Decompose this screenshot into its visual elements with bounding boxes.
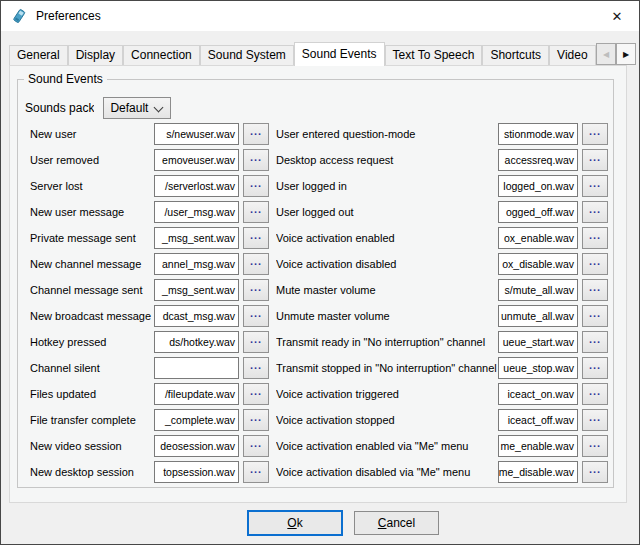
tab-sound-events[interactable]: Sound Events — [294, 42, 385, 66]
sound-file-input[interactable]: ueue_start.wav — [498, 331, 578, 353]
sound-file-input[interactable]: _msg_sent.wav — [154, 227, 239, 249]
window-title: Preferences — [36, 9, 101, 23]
teamtalk-app-icon — [11, 8, 27, 24]
sound-event-label: New desktop session — [30, 466, 154, 478]
browse-button[interactable]: ... — [243, 227, 269, 249]
browse-button[interactable]: ... — [582, 201, 608, 223]
browse-button[interactable]: ... — [582, 123, 608, 145]
sound-file-input[interactable]: me_disable.wav — [498, 461, 578, 483]
sound-file-input[interactable]: ds/hotkey.wav — [154, 331, 239, 353]
sound-file-input[interactable]: ox_disable.wav — [498, 253, 578, 275]
sound-file-input[interactable]: emoveuser.wav — [154, 149, 239, 171]
sound-file-input[interactable]: annel_msg.wav — [154, 253, 239, 275]
browse-button[interactable]: ... — [243, 149, 269, 171]
sound-file-input[interactable]: _complete.wav — [154, 409, 239, 431]
sound-event-label: New user message — [30, 206, 154, 218]
sound-file-input[interactable]: s/mute_all.wav — [498, 279, 578, 301]
sound-file-input[interactable]: ueue_stop.wav — [498, 357, 578, 379]
browse-button[interactable]: ... — [582, 175, 608, 197]
sound-file-value: iceact_off.wav — [508, 414, 574, 426]
sound-event-label: File transfer complete — [30, 414, 154, 426]
browse-button[interactable]: ... — [582, 305, 608, 327]
sound-event-label: New channel message — [30, 258, 154, 270]
sound-file-value: /user_msg.wav — [164, 206, 235, 218]
row-voice-activation-disabled-me-menu: Voice activation disabled via "Me" menum… — [276, 459, 616, 485]
sound-file-input[interactable] — [154, 357, 239, 379]
row-user-entered-question-mode: User entered question-modestionmode.wav.… — [276, 121, 616, 147]
browse-button[interactable]: ... — [582, 253, 608, 275]
browse-button[interactable]: ... — [243, 435, 269, 457]
browse-button[interactable]: ... — [582, 409, 608, 431]
browse-button[interactable]: ... — [582, 461, 608, 483]
sound-file-input[interactable]: _msg_sent.wav — [154, 279, 239, 301]
sound-file-input[interactable]: iceact_off.wav — [498, 409, 578, 431]
sound-file-value: _complete.wav — [165, 414, 235, 426]
sound-file-value: emoveuser.wav — [162, 154, 235, 166]
close-icon[interactable]: ✕ — [595, 1, 639, 31]
tab-shortcuts[interactable]: Shortcuts — [482, 45, 549, 65]
sound-file-input[interactable]: logged_on.wav — [498, 175, 578, 197]
sound-file-input[interactable]: iceact_on.wav — [498, 383, 578, 405]
sound-event-label: Files updated — [30, 388, 154, 400]
tab-connection[interactable]: Connection — [123, 45, 200, 65]
sound-file-input[interactable]: /user_msg.wav — [154, 201, 239, 223]
browse-button[interactable]: ... — [582, 383, 608, 405]
tab-video[interactable]: Video — [549, 45, 595, 65]
sound-event-label: Voice activation triggered — [276, 388, 498, 400]
sound-file-value: stionmode.wav — [504, 128, 574, 140]
row-transmit-ready: Transmit ready in "No interruption" chan… — [276, 329, 616, 355]
sound-file-input[interactable]: unmute_all.wav — [498, 305, 578, 327]
tab-general[interactable]: General — [9, 45, 68, 65]
browse-button[interactable]: ... — [582, 149, 608, 171]
browse-button[interactable]: ... — [582, 279, 608, 301]
browse-button[interactable]: ... — [243, 123, 269, 145]
sound-file-input[interactable]: topsession.wav — [154, 461, 239, 483]
row-server-lost: Server lost/serverlost.wav... — [30, 173, 275, 199]
sound-file-input[interactable]: deosession.wav — [154, 435, 239, 457]
sound-file-value: ox_disable.wav — [502, 258, 574, 270]
browse-button[interactable]: ... — [582, 357, 608, 379]
row-new-channel-message: New channel messageannel_msg.wav... — [30, 251, 275, 277]
sound-event-label: Hotkey pressed — [30, 336, 154, 348]
browse-button[interactable]: ... — [582, 227, 608, 249]
browse-button[interactable]: ... — [243, 461, 269, 483]
browse-button[interactable]: ... — [243, 279, 269, 301]
cancel-button[interactable]: Cancel — [354, 511, 439, 535]
tab-scroll-right-icon[interactable]: ▶ — [616, 43, 636, 65]
sound-event-label: Voice activation disabled via "Me" menu — [276, 466, 498, 478]
ok-button[interactable]: Ok — [247, 510, 343, 536]
tab-text-to-speech[interactable]: Text To Speech — [385, 45, 483, 65]
row-unmute-master-volume: Unmute master volumeunmute_all.wav... — [276, 303, 616, 329]
row-files-updated: Files updated/fileupdate.wav... — [30, 381, 275, 407]
sound-file-value: me_disable.wav — [499, 466, 574, 478]
browse-button[interactable]: ... — [243, 383, 269, 405]
sounds-pack-dropdown[interactable]: Default — [103, 97, 171, 119]
browse-button[interactable]: ... — [582, 435, 608, 457]
sound-file-input[interactable]: ogged_off.wav — [498, 201, 578, 223]
sounds-pack-row: Sounds pack Default — [25, 97, 171, 119]
row-voice-activation-stopped: Voice activation stoppediceact_off.wav..… — [276, 407, 616, 433]
browse-button[interactable]: ... — [243, 357, 269, 379]
row-voice-activation-triggered: Voice activation triggerediceact_on.wav.… — [276, 381, 616, 407]
browse-button[interactable]: ... — [243, 331, 269, 353]
sound-file-input[interactable]: ox_enable.wav — [498, 227, 578, 249]
sound-file-input[interactable]: dcast_msg.wav — [154, 305, 239, 327]
browse-button[interactable]: ... — [582, 331, 608, 353]
tab-scroll-left-icon[interactable]: ◀ — [596, 43, 616, 65]
browse-button[interactable]: ... — [243, 305, 269, 327]
chevron-down-icon — [154, 103, 164, 113]
sound-file-input[interactable]: /fileupdate.wav — [154, 383, 239, 405]
browse-button[interactable]: ... — [243, 253, 269, 275]
sound-file-value: ueue_start.wav — [503, 336, 574, 348]
tab-sound-system[interactable]: Sound System — [200, 45, 294, 65]
sound-file-value: ogged_off.wav — [506, 206, 574, 218]
tab-display[interactable]: Display — [68, 45, 123, 65]
sound-file-input[interactable]: me_enable.wav — [498, 435, 578, 457]
sound-file-input[interactable]: accessreq.wav — [498, 149, 578, 171]
browse-button[interactable]: ... — [243, 175, 269, 197]
browse-button[interactable]: ... — [243, 409, 269, 431]
sound-file-input[interactable]: s/newuser.wav — [154, 123, 239, 145]
sound-file-input[interactable]: /serverlost.wav — [154, 175, 239, 197]
browse-button[interactable]: ... — [243, 201, 269, 223]
sound-file-input[interactable]: stionmode.wav — [498, 123, 578, 145]
